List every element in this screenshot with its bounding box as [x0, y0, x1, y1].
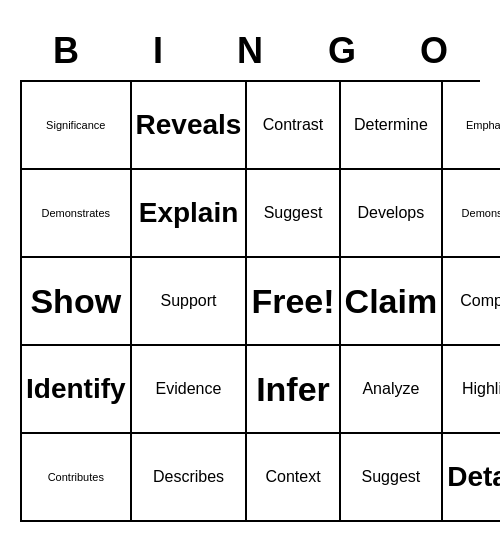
- header-n: N: [204, 22, 296, 80]
- bingo-cell[interactable]: Contributes: [22, 434, 132, 522]
- bingo-cell[interactable]: Suggest: [341, 434, 444, 522]
- bingo-cell[interactable]: Context: [247, 434, 340, 522]
- bingo-cell[interactable]: Significance: [22, 82, 132, 170]
- bingo-cell[interactable]: Develops: [341, 170, 444, 258]
- bingo-cell[interactable]: Demonstrate: [443, 170, 500, 258]
- bingo-header: B I N G O: [20, 22, 480, 80]
- bingo-card: B I N G O SignificanceRevealsContrastDet…: [20, 22, 480, 522]
- bingo-cell[interactable]: Details: [443, 434, 500, 522]
- header-g: G: [296, 22, 388, 80]
- bingo-cell[interactable]: Evidence: [132, 346, 248, 434]
- bingo-grid: SignificanceRevealsContrastDetermineEmph…: [20, 80, 480, 522]
- bingo-cell[interactable]: Suggest: [247, 170, 340, 258]
- bingo-cell[interactable]: Infer: [247, 346, 340, 434]
- bingo-cell[interactable]: Contrast: [247, 82, 340, 170]
- bingo-cell[interactable]: Demonstrates: [22, 170, 132, 258]
- bingo-cell[interactable]: Free!: [247, 258, 340, 346]
- bingo-cell[interactable]: Determine: [341, 82, 444, 170]
- bingo-cell[interactable]: Explain: [132, 170, 248, 258]
- bingo-cell[interactable]: Highlight: [443, 346, 500, 434]
- bingo-cell[interactable]: Identify: [22, 346, 132, 434]
- bingo-cell[interactable]: Show: [22, 258, 132, 346]
- bingo-cell[interactable]: Claim: [341, 258, 444, 346]
- header-b: B: [20, 22, 112, 80]
- header-o: O: [388, 22, 480, 80]
- bingo-cell[interactable]: Analyze: [341, 346, 444, 434]
- header-i: I: [112, 22, 204, 80]
- bingo-cell[interactable]: Compare: [443, 258, 500, 346]
- bingo-cell[interactable]: Describes: [132, 434, 248, 522]
- bingo-cell[interactable]: Support: [132, 258, 248, 346]
- bingo-cell[interactable]: Reveals: [132, 82, 248, 170]
- bingo-cell[interactable]: Emphasize: [443, 82, 500, 170]
